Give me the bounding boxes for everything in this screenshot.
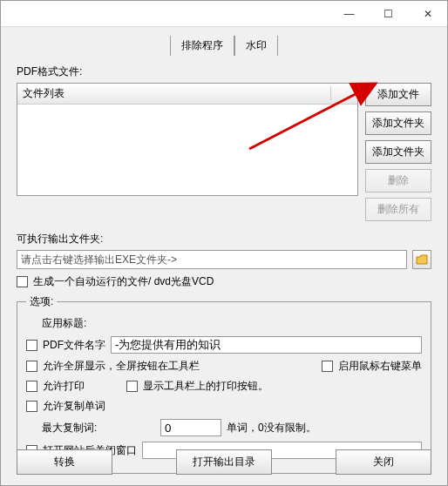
bottom-button-bar: 转换 打开输出目录 关闭 [17,449,431,475]
rightclick-checkbox[interactable] [322,361,333,372]
minimize-button[interactable]: — [329,1,369,26]
close-button[interactable]: 关闭 [336,449,431,475]
allow-print-label: 允许打印 [43,379,121,394]
pdf-name-input[interactable] [111,336,422,354]
rightclick-label: 启用鼠标右键菜单 [338,359,422,374]
file-list-header: 文件列表 [17,84,357,105]
app-window: — ☐ ✕ 排除程序 水印 PDF格式文件: 文件列表 添加文件 添加文件夹 添… [0,0,448,486]
max-copy-unit: 单词，0没有限制。 [227,421,316,435]
autorun-checkbox[interactable] [17,276,28,287]
file-list-col-name[interactable]: 文件列表 [23,86,331,101]
folder-icon [416,254,428,265]
show-print-btn-label: 显示工具栏上的打印按钮。 [143,379,268,394]
pdf-name-label: PDF文件名字 [43,338,105,353]
options-legend: 选项: [26,294,57,309]
fullscreen-checkbox[interactable] [26,361,37,372]
output-path-input[interactable]: 请点击右键选择输出EXE文件夹-> [17,250,407,269]
allow-copy-checkbox[interactable] [26,401,37,412]
close-window-button[interactable]: ✕ [408,1,447,26]
max-copy-input[interactable] [160,419,221,436]
pdf-name-checkbox[interactable] [26,340,37,351]
maximize-button[interactable]: ☐ [369,1,408,26]
file-list[interactable]: 文件列表 [17,83,358,196]
titlebar: — ☐ ✕ [1,1,447,27]
allow-print-checkbox[interactable] [26,381,37,392]
open-output-button[interactable]: 打开输出目录 [176,449,272,475]
options-group: 选项: 应用标题: PDF文件名字 允许全屏显示，全屏按钮在工具栏 启用鼠标右键… [17,294,431,474]
autorun-label: 生成一个自动运行的文件/ dvd光盘VCD [33,274,214,289]
content-area: 排除程序 水印 PDF格式文件: 文件列表 添加文件 添加文件夹 添加文件夹 删… [1,27,447,485]
fullscreen-label: 允许全屏显示，全屏按钮在工具栏 [43,359,316,374]
tab-exclude[interactable]: 排除程序 [170,36,234,56]
show-print-btn-checkbox[interactable] [126,381,138,392]
app-title-label: 应用标题: [26,316,422,331]
side-button-group: 添加文件 添加文件夹 添加文件夹 删除 删除所有 [365,83,431,221]
convert-button[interactable]: 转换 [17,449,112,475]
allow-copy-label: 允许复制单词 [43,399,105,414]
add-file-button[interactable]: 添加文件 [365,83,431,106]
delete-button[interactable]: 删除 [365,169,431,192]
add-folder-button-2[interactable]: 添加文件夹 [365,140,431,164]
browse-folder-button[interactable] [412,250,431,269]
max-copy-label: 最大复制词: [42,421,155,435]
file-list-col-extra[interactable] [331,86,352,101]
delete-all-button[interactable]: 删除所有 [365,198,431,221]
add-folder-button-1[interactable]: 添加文件夹 [365,111,431,135]
tab-bar: 排除程序 水印 [17,36,431,56]
output-folder-label: 可执行输出文件夹: [17,232,431,246]
tab-watermark[interactable]: 水印 [234,36,278,56]
pdf-files-label: PDF格式文件: [17,64,431,79]
